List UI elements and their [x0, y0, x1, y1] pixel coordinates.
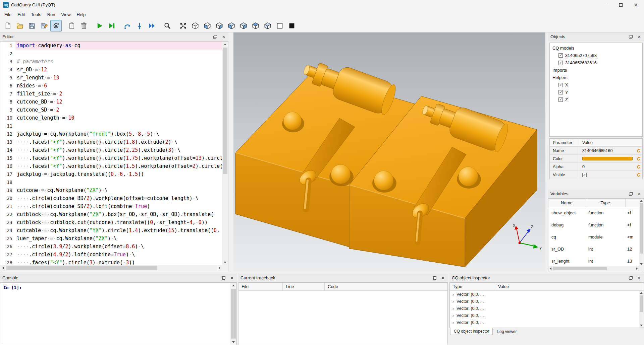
- code-line[interactable]: ····.faces("<Y").workplane().circle(1.5)…: [15, 162, 222, 170]
- wireframe-button[interactable]: [274, 20, 285, 31]
- tree-item-z[interactable]: ✓Z: [550, 96, 642, 103]
- scroll-down-icon[interactable]: [230, 339, 236, 345]
- console-content[interactable]: [0, 282, 237, 345]
- top-view-button[interactable]: [250, 20, 261, 31]
- inspector-header-value[interactable]: Value: [495, 283, 644, 290]
- objects-close-button[interactable]: ×: [637, 34, 642, 39]
- code-line[interactable]: sr_OD·=·12: [15, 66, 222, 74]
- close-button[interactable]: ×: [629, 0, 644, 10]
- left-view-button[interactable]: [226, 20, 237, 31]
- editor-vscrollbar[interactable]: [222, 42, 228, 265]
- inspector-row[interactable]: ›Vector: (0.0, ...: [450, 312, 639, 319]
- editor-close-button[interactable]: ×: [221, 34, 226, 39]
- code-line[interactable]: cutcone·=·cq.Workplane("ZX")·\: [15, 186, 222, 194]
- fit-view-button[interactable]: [177, 20, 189, 31]
- variable-row-cq[interactable]: cqmodule<m: [548, 231, 639, 244]
- front-view-button[interactable]: [202, 20, 213, 31]
- render-button[interactable]: [94, 20, 105, 31]
- new-script-button[interactable]: [2, 20, 13, 31]
- checkbox[interactable]: ✓: [558, 90, 563, 94]
- code-line[interactable]: cutcable·=·cq.Workplane("YX").circle(1.4…: [15, 226, 222, 234]
- variables-hscroll-thumb[interactable]: [553, 267, 607, 270]
- tree-group-imports[interactable]: Imports: [550, 66, 642, 74]
- checkbox[interactable]: ✓: [558, 97, 563, 102]
- scroll-down-icon[interactable]: [639, 323, 644, 328]
- variables-close-button[interactable]: ×: [637, 192, 642, 196]
- clear-console-button[interactable]: [66, 20, 77, 31]
- scroll-up-icon[interactable]: [639, 291, 644, 295]
- code-line[interactable]: ····.faces("<Y").workplane().circle(1.75…: [15, 154, 222, 162]
- code-line[interactable]: ····.circle(cutcone_BD/2).workplane(offs…: [15, 194, 222, 202]
- checkbox[interactable]: ✓: [558, 53, 563, 58]
- tree-item-y[interactable]: ✓Y: [550, 88, 642, 96]
- variable-row-debug[interactable]: debugfunction<f: [548, 219, 639, 231]
- inspector-row[interactable]: ›Vector: (0.0, ...: [450, 319, 639, 326]
- reset-button[interactable]: [635, 147, 642, 154]
- delete-button[interactable]: [78, 20, 90, 31]
- visible-checkbox[interactable]: ✓: [582, 173, 587, 177]
- checkbox[interactable]: ✓: [558, 61, 563, 65]
- variable-row-sr_lenght[interactable]: sr_lenghtint13: [548, 256, 639, 266]
- scroll-right-icon[interactable]: [635, 266, 639, 271]
- expand-icon[interactable]: ›: [450, 320, 457, 325]
- step-button[interactable]: [122, 20, 133, 31]
- continue-button[interactable]: [146, 20, 157, 31]
- save-as-script-button[interactable]: [38, 20, 50, 31]
- code-line[interactable]: luer_taper·=·cq.Workplane("ZX")·\: [15, 234, 222, 243]
- inspector-header-type[interactable]: Type: [450, 283, 495, 290]
- scroll-up-icon[interactable]: [230, 283, 236, 288]
- reset-button[interactable]: [635, 171, 642, 179]
- menu-item-run[interactable]: Run: [44, 11, 58, 18]
- tab-log-viewer[interactable]: Log viewer: [493, 328, 520, 335]
- code-line[interactable]: jackplug·=·jackplug.translate((0,·6,·1.5…: [15, 170, 222, 178]
- debug-button[interactable]: [106, 20, 117, 31]
- viewport-canvas[interactable]: X Z Y: [233, 32, 545, 271]
- scroll-left-icon[interactable]: [0, 265, 6, 271]
- console-close-button[interactable]: ×: [230, 276, 234, 280]
- back-view-button[interactable]: [214, 20, 225, 31]
- expand-icon[interactable]: ›: [450, 306, 457, 311]
- code-line[interactable]: nSides·=·6: [15, 82, 222, 90]
- tree-item-x[interactable]: ✓X: [550, 81, 642, 88]
- expand-icon[interactable]: ›: [450, 292, 457, 297]
- reset-button[interactable]: [635, 163, 642, 170]
- code-line[interactable]: # parameters: [15, 58, 222, 66]
- console-vscroll-thumb[interactable]: [231, 289, 236, 339]
- code-line[interactable]: sr_lenght·=·13: [15, 74, 222, 82]
- code-line[interactable]: cutcone_BD·=·12: [15, 98, 222, 106]
- tree-item-3140652707568[interactable]: ✓3140652707568: [550, 52, 642, 59]
- checkbox[interactable]: ✓: [558, 83, 563, 87]
- right-view-button[interactable]: [238, 20, 249, 31]
- variables-header-name[interactable]: Name: [548, 199, 585, 207]
- variable-row-sr_OD[interactable]: sr_ODint12: [548, 244, 639, 256]
- console-vscrollbar[interactable]: [230, 283, 236, 345]
- traceback-header-file[interactable]: File: [238, 283, 283, 290]
- code-line[interactable]: fillet_size·=·2: [15, 90, 222, 98]
- code-line[interactable]: [15, 178, 222, 186]
- inspector-float-button[interactable]: [628, 276, 633, 280]
- code-line[interactable]: [15, 50, 222, 58]
- autoreload-toggle[interactable]: [50, 20, 62, 31]
- objects-float-button[interactable]: [628, 34, 633, 39]
- menu-item-file[interactable]: File: [1, 11, 14, 18]
- inspector-row[interactable]: ›Vector: (0.0, ...: [450, 305, 639, 312]
- inspector-close-button[interactable]: ×: [637, 276, 642, 280]
- code-line[interactable]: ····.faces("<Y").workplane().circle(1.8)…: [15, 138, 222, 146]
- iso-view-button[interactable]: [190, 20, 201, 31]
- shaded-button[interactable]: [286, 20, 298, 31]
- variables-header-extra[interactable]: [626, 199, 639, 207]
- code-line[interactable]: ····.circle(3.9/2).workplane(offset=8.6)…: [15, 243, 222, 251]
- maximize-button[interactable]: [613, 0, 629, 10]
- variable-row-show_object[interactable]: show_objectfunction<f: [548, 207, 639, 219]
- tab-cq-object-inspector[interactable]: CQ object inspector: [450, 328, 493, 335]
- variables-vscrollbar[interactable]: [639, 199, 644, 266]
- traceback-header-line[interactable]: Line: [283, 283, 325, 290]
- code-line[interactable]: [15, 122, 222, 130]
- traceback-float-button[interactable]: [432, 276, 437, 280]
- tree-group-cq-models[interactable]: CQ models: [550, 44, 642, 52]
- code-line[interactable]: ····.faces("<Y").circle(3).extrude(-3)): [15, 259, 222, 265]
- bottom-view-button[interactable]: [262, 20, 273, 31]
- console-float-button[interactable]: [221, 276, 226, 280]
- scroll-up-icon[interactable]: [222, 42, 228, 47]
- menu-item-tools[interactable]: Tools: [28, 11, 44, 18]
